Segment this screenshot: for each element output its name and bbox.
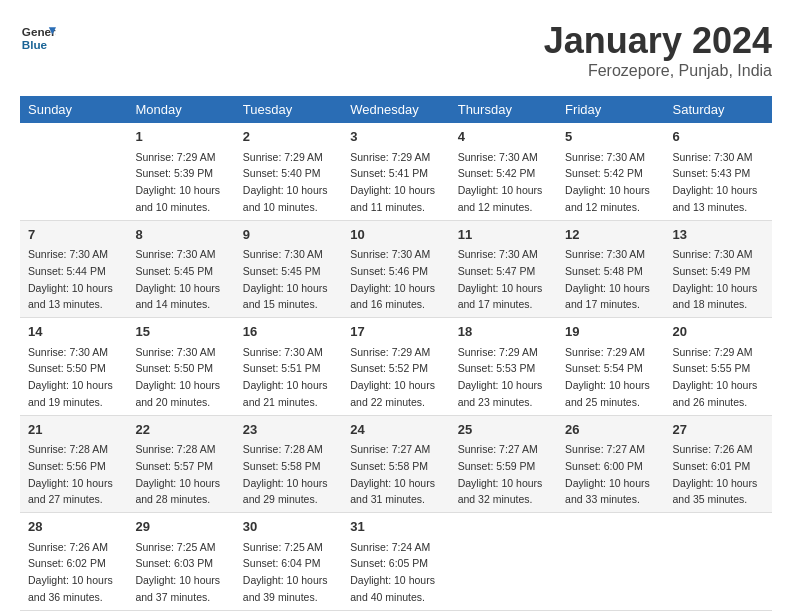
day-number: 5 <box>565 127 656 147</box>
daylight-info: Daylight: 10 hours and 39 minutes. <box>243 574 328 603</box>
sunrise-info: Sunrise: 7:29 AM <box>458 346 538 358</box>
day-number: 15 <box>135 322 226 342</box>
calendar-cell: 5Sunrise: 7:30 AMSunset: 5:42 PMDaylight… <box>557 123 664 220</box>
daylight-info: Daylight: 10 hours and 25 minutes. <box>565 379 650 408</box>
calendar-cell: 17Sunrise: 7:29 AMSunset: 5:52 PMDayligh… <box>342 318 449 416</box>
calendar-cell: 6Sunrise: 7:30 AMSunset: 5:43 PMDaylight… <box>665 123 772 220</box>
day-number: 11 <box>458 225 549 245</box>
sunset-info: Sunset: 5:56 PM <box>28 460 106 472</box>
day-number: 23 <box>243 420 334 440</box>
calendar-cell: 15Sunrise: 7:30 AMSunset: 5:50 PMDayligh… <box>127 318 234 416</box>
daylight-info: Daylight: 10 hours and 13 minutes. <box>673 184 758 213</box>
daylight-info: Daylight: 10 hours and 16 minutes. <box>350 282 435 311</box>
sunset-info: Sunset: 6:04 PM <box>243 557 321 569</box>
day-number: 24 <box>350 420 441 440</box>
day-number: 17 <box>350 322 441 342</box>
calendar-cell: 23Sunrise: 7:28 AMSunset: 5:58 PMDayligh… <box>235 415 342 513</box>
sunrise-info: Sunrise: 7:28 AM <box>243 443 323 455</box>
daylight-info: Daylight: 10 hours and 13 minutes. <box>28 282 113 311</box>
day-number: 30 <box>243 517 334 537</box>
daylight-info: Daylight: 10 hours and 35 minutes. <box>673 477 758 506</box>
sunrise-info: Sunrise: 7:30 AM <box>28 248 108 260</box>
day-number: 1 <box>135 127 226 147</box>
sunset-info: Sunset: 5:58 PM <box>243 460 321 472</box>
page-header: General Blue January 2024 Ferozepore, Pu… <box>20 20 772 80</box>
weekday-header-monday: Monday <box>127 96 234 123</box>
day-number: 29 <box>135 517 226 537</box>
day-number: 4 <box>458 127 549 147</box>
week-row-5: 28Sunrise: 7:26 AMSunset: 6:02 PMDayligh… <box>20 513 772 611</box>
sunset-info: Sunset: 5:42 PM <box>565 167 643 179</box>
sunset-info: Sunset: 5:54 PM <box>565 362 643 374</box>
calendar-cell <box>557 513 664 611</box>
weekday-header-wednesday: Wednesday <box>342 96 449 123</box>
sunset-info: Sunset: 5:49 PM <box>673 265 751 277</box>
sunrise-info: Sunrise: 7:30 AM <box>565 151 645 163</box>
day-number: 10 <box>350 225 441 245</box>
weekday-header-thursday: Thursday <box>450 96 557 123</box>
sunset-info: Sunset: 6:02 PM <box>28 557 106 569</box>
sunrise-info: Sunrise: 7:29 AM <box>565 346 645 358</box>
day-number: 16 <box>243 322 334 342</box>
daylight-info: Daylight: 10 hours and 36 minutes. <box>28 574 113 603</box>
calendar-cell: 20Sunrise: 7:29 AMSunset: 5:55 PMDayligh… <box>665 318 772 416</box>
calendar-cell: 22Sunrise: 7:28 AMSunset: 5:57 PMDayligh… <box>127 415 234 513</box>
day-number: 27 <box>673 420 764 440</box>
sunset-info: Sunset: 6:01 PM <box>673 460 751 472</box>
week-row-2: 7Sunrise: 7:30 AMSunset: 5:44 PMDaylight… <box>20 220 772 318</box>
week-row-1: 1Sunrise: 7:29 AMSunset: 5:39 PMDaylight… <box>20 123 772 220</box>
daylight-info: Daylight: 10 hours and 18 minutes. <box>673 282 758 311</box>
sunrise-info: Sunrise: 7:29 AM <box>350 151 430 163</box>
calendar-cell <box>450 513 557 611</box>
sunrise-info: Sunrise: 7:29 AM <box>243 151 323 163</box>
sunrise-info: Sunrise: 7:25 AM <box>243 541 323 553</box>
day-number: 18 <box>458 322 549 342</box>
calendar-cell: 27Sunrise: 7:26 AMSunset: 6:01 PMDayligh… <box>665 415 772 513</box>
sunrise-info: Sunrise: 7:29 AM <box>673 346 753 358</box>
calendar-cell: 9Sunrise: 7:30 AMSunset: 5:45 PMDaylight… <box>235 220 342 318</box>
day-number: 14 <box>28 322 119 342</box>
calendar-cell: 30Sunrise: 7:25 AMSunset: 6:04 PMDayligh… <box>235 513 342 611</box>
location-subtitle: Ferozepore, Punjab, India <box>544 62 772 80</box>
logo-icon: General Blue <box>20 20 56 56</box>
day-number: 28 <box>28 517 119 537</box>
sunrise-info: Sunrise: 7:30 AM <box>350 248 430 260</box>
title-block: January 2024 Ferozepore, Punjab, India <box>544 20 772 80</box>
day-number: 21 <box>28 420 119 440</box>
day-number: 26 <box>565 420 656 440</box>
daylight-info: Daylight: 10 hours and 27 minutes. <box>28 477 113 506</box>
day-number: 25 <box>458 420 549 440</box>
sunset-info: Sunset: 5:55 PM <box>673 362 751 374</box>
svg-text:Blue: Blue <box>22 38 48 51</box>
sunset-info: Sunset: 5:45 PM <box>243 265 321 277</box>
sunset-info: Sunset: 6:03 PM <box>135 557 213 569</box>
day-number: 3 <box>350 127 441 147</box>
daylight-info: Daylight: 10 hours and 20 minutes. <box>135 379 220 408</box>
calendar-cell: 28Sunrise: 7:26 AMSunset: 6:02 PMDayligh… <box>20 513 127 611</box>
sunrise-info: Sunrise: 7:30 AM <box>458 248 538 260</box>
day-number: 31 <box>350 517 441 537</box>
calendar-cell <box>665 513 772 611</box>
daylight-info: Daylight: 10 hours and 19 minutes. <box>28 379 113 408</box>
sunrise-info: Sunrise: 7:28 AM <box>28 443 108 455</box>
sunset-info: Sunset: 5:47 PM <box>458 265 536 277</box>
calendar-cell: 11Sunrise: 7:30 AMSunset: 5:47 PMDayligh… <box>450 220 557 318</box>
logo: General Blue <box>20 20 56 56</box>
svg-text:General: General <box>22 25 56 38</box>
month-year-title: January 2024 <box>544 20 772 62</box>
day-number: 6 <box>673 127 764 147</box>
calendar-cell: 18Sunrise: 7:29 AMSunset: 5:53 PMDayligh… <box>450 318 557 416</box>
daylight-info: Daylight: 10 hours and 10 minutes. <box>135 184 220 213</box>
day-number: 22 <box>135 420 226 440</box>
daylight-info: Daylight: 10 hours and 17 minutes. <box>565 282 650 311</box>
sunrise-info: Sunrise: 7:27 AM <box>350 443 430 455</box>
calendar-cell: 25Sunrise: 7:27 AMSunset: 5:59 PMDayligh… <box>450 415 557 513</box>
sunset-info: Sunset: 5:42 PM <box>458 167 536 179</box>
calendar-cell: 12Sunrise: 7:30 AMSunset: 5:48 PMDayligh… <box>557 220 664 318</box>
calendar-cell: 2Sunrise: 7:29 AMSunset: 5:40 PMDaylight… <box>235 123 342 220</box>
calendar-cell: 31Sunrise: 7:24 AMSunset: 6:05 PMDayligh… <box>342 513 449 611</box>
calendar-cell: 29Sunrise: 7:25 AMSunset: 6:03 PMDayligh… <box>127 513 234 611</box>
sunset-info: Sunset: 5:41 PM <box>350 167 428 179</box>
daylight-info: Daylight: 10 hours and 28 minutes. <box>135 477 220 506</box>
sunrise-info: Sunrise: 7:26 AM <box>28 541 108 553</box>
